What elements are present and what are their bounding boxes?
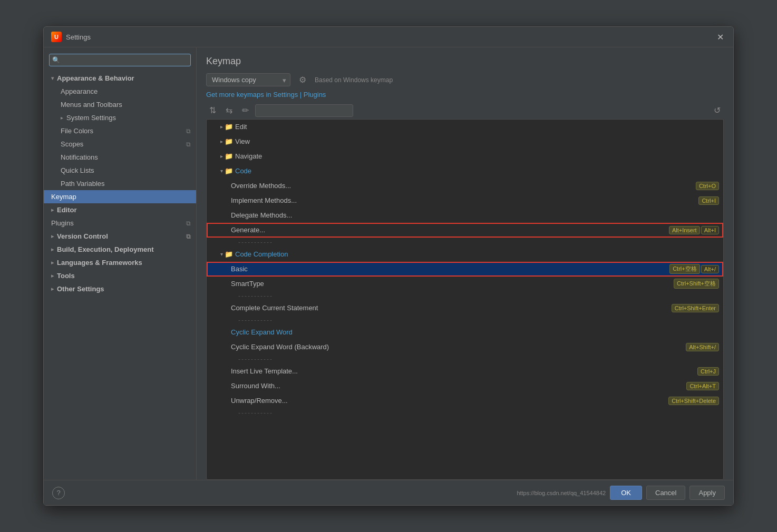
item-label: Delegate Methods... xyxy=(231,211,719,219)
chevron-icon: ▾ xyxy=(51,75,54,81)
sidebar-item-path-variables[interactable]: Path Variables xyxy=(44,177,196,190)
sidebar-label: Keymap xyxy=(51,193,76,201)
separator: ----------- xyxy=(207,238,723,247)
sidebar-item-menus-toolbars[interactable]: Menus and Toolbars xyxy=(44,98,196,111)
sidebar-label: Notifications xyxy=(61,153,98,161)
tree-row-generate[interactable]: Generate... Alt+Insert Alt+I xyxy=(207,223,723,238)
shortcut-badge: Ctrl+O xyxy=(696,182,719,190)
chevron-icon: ▸ xyxy=(51,260,54,265)
chevron-icon: ▸ xyxy=(220,153,223,159)
separator: ----------- xyxy=(207,408,723,418)
sidebar-label: Scopes xyxy=(61,140,83,148)
shortcut-badge-alt-slash: Alt+/ xyxy=(701,265,719,273)
page-title: Keymap xyxy=(206,56,724,67)
sidebar-item-languages-frameworks[interactable]: ▸ Languages & Frameworks xyxy=(44,256,196,269)
item-label: SmartType xyxy=(231,280,672,288)
help-button[interactable]: ? xyxy=(52,487,65,499)
tree-row-override-methods[interactable]: Override Methods... Ctrl+O xyxy=(207,179,723,193)
app-icon: U xyxy=(51,32,62,42)
tree-row-implement-methods[interactable]: Implement Methods... Ctrl+I xyxy=(207,193,723,208)
sidebar-item-plugins[interactable]: Plugins ⧉ xyxy=(44,216,196,230)
main-content: Keymap Windows copy ⚙ Based on Windows k… xyxy=(197,47,733,480)
shortcut-badge: Ctrl+J xyxy=(697,367,719,376)
chevron-icon: ▸ xyxy=(51,286,54,292)
restore-defaults-button[interactable]: ↺ xyxy=(711,104,724,117)
edit-shortcut-button[interactable]: ✏ xyxy=(239,104,252,117)
tree-row-cyclic-expand[interactable]: Cyclic Expand Word xyxy=(207,325,723,340)
sidebar-item-file-colors[interactable]: File Colors ⧉ xyxy=(44,124,196,137)
sidebar-item-version-control[interactable]: ▸ Version Control ⧉ xyxy=(44,230,196,243)
sidebar-item-system-settings[interactable]: ▸ System Settings xyxy=(44,111,196,124)
dialog-title: Settings xyxy=(66,33,91,41)
separator: ----------- xyxy=(207,354,723,364)
gear-button[interactable]: ⚙ xyxy=(296,74,309,86)
shortcut-badge: Ctrl+Shift+空格 xyxy=(674,279,719,289)
tree-row-view[interactable]: ▸ 📁 View xyxy=(207,134,723,149)
tree-row-delegate-methods[interactable]: Delegate Methods... xyxy=(207,208,723,223)
item-label: Basic xyxy=(231,265,667,273)
tree-row-surround-with[interactable]: Surround With... Ctrl+Alt+T xyxy=(207,379,723,393)
chevron-icon: ▸ xyxy=(51,207,54,213)
tree-row-smarttype[interactable]: SmartType Ctrl+Shift+空格 xyxy=(207,277,723,291)
folder-icon: 📁 xyxy=(225,123,233,131)
get-more-keymaps-link[interactable]: Get more keymaps in Settings | Plugins xyxy=(206,91,724,98)
cancel-button[interactable]: Cancel xyxy=(646,486,685,500)
shortcut-badge: Ctrl+Shift+Enter xyxy=(672,304,719,312)
sidebar-item-tools[interactable]: ▸ Tools xyxy=(44,269,196,282)
footer-link: https://blog.csdn.net/qq_41544842 xyxy=(517,490,606,496)
tree-row-cyclic-expand-backward[interactable]: Cyclic Expand Word (Backward) Alt+Shift+… xyxy=(207,340,723,354)
search-box: 🔍 xyxy=(49,54,191,66)
sidebar-item-keymap[interactable]: Keymap xyxy=(44,190,196,203)
shortcut-badge: Alt+Shift+/ xyxy=(686,343,719,351)
separator: ----------- xyxy=(207,316,723,325)
sidebar-item-appearance-behavior[interactable]: ▾ Appearance & Behavior xyxy=(44,72,196,85)
sidebar-item-notifications[interactable]: Notifications xyxy=(44,151,196,164)
sidebar-item-editor[interactable]: ▸ Editor xyxy=(44,203,196,216)
sidebar-item-quick-lists[interactable]: Quick Lists xyxy=(44,164,196,177)
item-label: Generate... xyxy=(231,226,667,234)
sidebar-item-scopes[interactable]: Scopes ⧉ xyxy=(44,137,196,151)
chevron-icon: ▾ xyxy=(220,251,223,257)
tree-row-navigate[interactable]: ▸ 📁 Navigate xyxy=(207,149,723,164)
close-button[interactable]: ✕ xyxy=(714,31,726,43)
tree-row-edit[interactable]: ▸ 📁 Edit xyxy=(207,120,723,134)
keymap-select[interactable]: Windows copy xyxy=(206,73,290,86)
sidebar-label: Appearance xyxy=(61,87,98,95)
tree-row-basic[interactable]: Basic Ctrl+空格 Alt+/ xyxy=(207,262,723,277)
item-label: Surround With... xyxy=(231,382,684,390)
search-keymap-input[interactable] xyxy=(255,104,353,117)
folder-icon: 📁 xyxy=(225,137,233,145)
item-label: Edit xyxy=(235,123,719,131)
item-label: Override Methods... xyxy=(231,182,694,190)
item-label: Complete Current Statement xyxy=(231,304,669,312)
search-input[interactable] xyxy=(49,54,191,66)
sidebar-label: Languages & Frameworks xyxy=(57,259,142,267)
apply-button[interactable]: Apply xyxy=(689,486,725,500)
tree-row-complete-current[interactable]: Complete Current Statement Ctrl+Shift+En… xyxy=(207,301,723,316)
ok-button[interactable]: OK xyxy=(610,486,642,500)
sidebar-item-appearance[interactable]: Appearance xyxy=(44,85,196,98)
chevron-icon: ▸ xyxy=(220,124,223,130)
sidebar-item-build-execution[interactable]: ▸ Build, Execution, Deployment xyxy=(44,243,196,256)
titlebar: U Settings ✕ xyxy=(44,27,733,47)
item-label: Navigate xyxy=(235,152,719,160)
tree-row-unwrap-remove[interactable]: Unwrap/Remove... Ctrl+Shift+Delete xyxy=(207,393,723,408)
tree-row-code-completion[interactable]: ▾ 📁 Code Completion xyxy=(207,247,723,262)
chevron-icon: ▸ xyxy=(220,139,223,144)
tree-row-insert-live[interactable]: Insert Live Template... Ctrl+J xyxy=(207,364,723,379)
sidebar: 🔍 ▾ Appearance & Behavior Appearance Men… xyxy=(44,47,197,480)
expand-all-button[interactable]: ⇅ xyxy=(206,104,219,117)
sidebar-item-other-settings[interactable]: ▸ Other Settings xyxy=(44,282,196,295)
tree-row-code[interactable]: ▾ 📁 Code xyxy=(207,164,723,179)
chevron-icon: ▾ xyxy=(220,168,223,174)
folder-icon: 📁 xyxy=(225,152,233,160)
item-label: Code Completion xyxy=(235,250,719,258)
title-left: U Settings xyxy=(51,32,91,42)
item-label: Insert Live Template... xyxy=(231,367,695,375)
sidebar-label: Build, Execution, Deployment xyxy=(57,245,153,253)
item-label: Unwrap/Remove... xyxy=(231,397,666,405)
folder-icon: 📁 xyxy=(225,167,233,175)
shortcut-badge: Ctrl+Shift+Delete xyxy=(668,397,719,405)
collapse-all-button[interactable]: ⇆ xyxy=(222,104,236,117)
keymap-select-wrapper: Windows copy xyxy=(206,73,290,86)
